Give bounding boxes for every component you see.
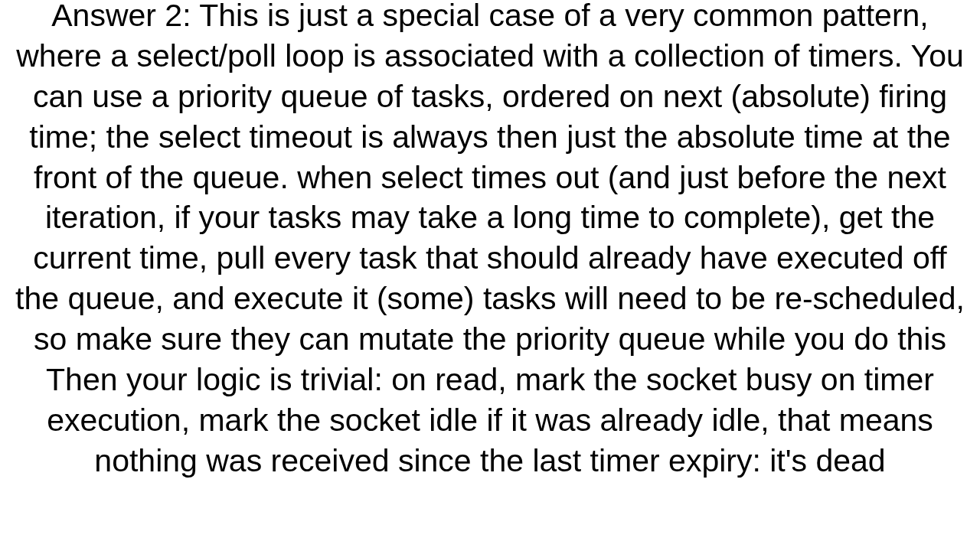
answer-text: Answer 2: This is just a special case of… [12, 0, 968, 481]
document-page: Answer 2: This is just a special case of… [0, 0, 980, 551]
